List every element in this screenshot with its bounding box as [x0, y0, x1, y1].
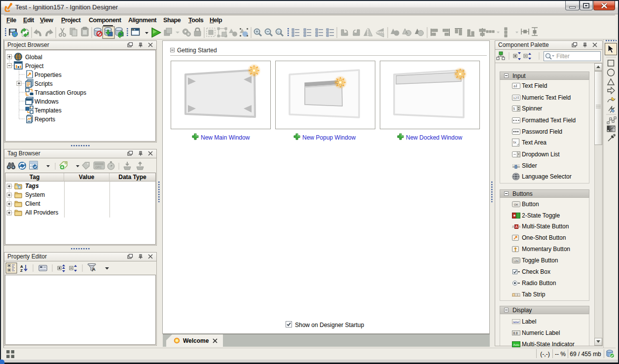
svg-text:Client: Client: [25, 200, 40, 207]
svg-text:a: a: [513, 84, 516, 88]
svg-text:Properties: Properties: [35, 72, 62, 78]
svg-text:ON: ON: [514, 259, 518, 262]
svg-text:Templates: Templates: [35, 107, 62, 114]
svg-text:Tags: Tags: [25, 182, 39, 189]
svg-text:Auto: Auto: [513, 343, 520, 346]
svg-text:tx: tx: [513, 140, 516, 145]
svg-text:Global: Global: [25, 54, 42, 61]
svg-text:Scripts: Scripts: [35, 80, 53, 87]
svg-text:Transaction Groups: Transaction Groups: [35, 89, 86, 96]
svg-text:1:1: 1:1: [277, 31, 282, 34]
svg-text:OPC: OPC: [95, 166, 102, 169]
svg-text:A: A: [92, 267, 96, 272]
svg-text:5: 5: [513, 107, 515, 111]
svg-text:All Providers: All Providers: [25, 209, 58, 216]
svg-text:Z: Z: [20, 268, 23, 273]
svg-text:A: A: [518, 225, 520, 228]
svg-text:label: label: [513, 321, 519, 324]
svg-text:8.8: 8.8: [513, 331, 518, 335]
svg-text:System: System: [25, 191, 45, 198]
svg-text:Reports: Reports: [35, 116, 55, 123]
svg-text:Windows: Windows: [35, 98, 59, 105]
svg-text:A: A: [515, 225, 518, 228]
svg-text:OK: OK: [514, 203, 518, 206]
svg-text:A: A: [512, 225, 514, 228]
svg-text:12: 12: [513, 96, 517, 100]
svg-text:Project: Project: [25, 63, 44, 70]
